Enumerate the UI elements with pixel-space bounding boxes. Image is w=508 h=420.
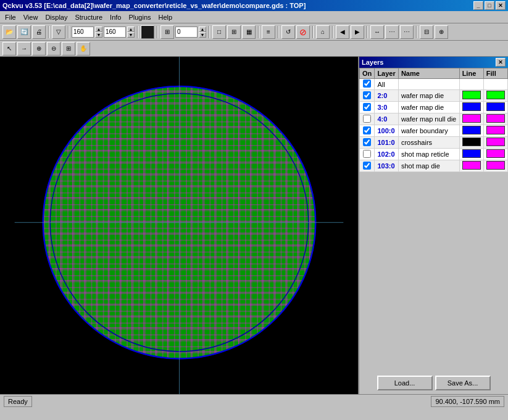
sep-7	[278, 26, 279, 38]
grid-btn[interactable]: ⊞	[227, 25, 241, 39]
layer-fill-all	[483, 79, 507, 90]
outline-btn[interactable]: □	[212, 25, 226, 39]
extra2-btn[interactable]: ⊕	[435, 25, 448, 39]
layer-name-all	[398, 79, 459, 90]
toolbar-2: ↖ → ⊕ ⊖ ⊞ ✋	[0, 41, 508, 57]
layers-table: On Layer Name Line Fill All2:0wafer map …	[359, 68, 508, 372]
menu-bar: File View Display Structure Info Plugins…	[0, 11, 508, 23]
layer-id-2_0: 2:0	[375, 90, 399, 102]
coord-x-down[interactable]: ▼	[95, 32, 102, 38]
status-ready: Ready	[4, 396, 32, 407]
layer-checkbox-102_0[interactable]	[363, 150, 371, 158]
coord-y-input[interactable]	[104, 27, 126, 38]
layer-fill-100_0	[483, 125, 507, 137]
layer-checkbox-103_0[interactable]	[363, 162, 371, 170]
layer-row-100_0: 100:0wafer boundary	[360, 125, 508, 137]
arrows-btn[interactable]: ↔	[370, 25, 384, 39]
sep-5	[209, 26, 210, 38]
layer-line-100_0	[459, 125, 483, 137]
layer-row-all: All	[360, 79, 508, 90]
nav-right[interactable]: ▶	[351, 25, 364, 39]
zoom-out-btn[interactable]: ⊖	[47, 42, 60, 56]
layer-line-2_0	[459, 90, 483, 102]
layer-checkbox-4_0[interactable]	[363, 115, 371, 123]
menu-view[interactable]: View	[20, 12, 42, 22]
app-title: Qckvu v3.53 [E:\cad_data[2]\wafer_map_co…	[2, 2, 306, 9]
zoom-down[interactable]: ▼	[199, 32, 206, 38]
layer-row-101_0: 101:0crosshairs	[360, 137, 508, 149]
coord-x-input[interactable]	[72, 27, 94, 38]
col-layer: Layer	[375, 68, 399, 79]
layer-name-103_0: shot map die	[398, 160, 459, 172]
sep-6	[258, 26, 259, 38]
sep-2	[68, 26, 69, 38]
close-button[interactable]: ✕	[496, 1, 506, 10]
menu-plugins[interactable]: Plugins	[125, 12, 154, 22]
layers-close-btn[interactable]: ✕	[496, 58, 506, 67]
status-bar: Ready 90.400, -107.590 mm	[0, 394, 508, 408]
layer-stack-btn[interactable]: ≡	[262, 25, 275, 39]
layer-color-btn[interactable]	[141, 25, 154, 39]
coord-y-down[interactable]: ▼	[127, 32, 135, 38]
layer-row-2_0: 2:0wafer map die	[360, 90, 508, 102]
layer-checkbox-all[interactable]	[363, 80, 371, 88]
fit-btn[interactable]: ⊞	[62, 42, 75, 56]
nav-left[interactable]: ◀	[336, 25, 349, 39]
layer-name-101_0: crosshairs	[398, 137, 459, 149]
layer-checkbox-101_0[interactable]	[363, 138, 371, 146]
layers-title-bar: Layers ✕	[359, 57, 508, 68]
stop-btn[interactable]: ⊘	[296, 25, 310, 39]
menu-structure[interactable]: Structure	[71, 12, 106, 22]
layer-name-4_0: wafer map null die	[398, 113, 459, 125]
layer-line-all	[459, 79, 483, 90]
layer-name-2_0: wafer map die	[398, 90, 459, 102]
layer-line-101_0	[459, 137, 483, 149]
canvas-area[interactable]	[0, 57, 358, 394]
layer-fill-2_0	[483, 90, 507, 102]
zoom-up[interactable]: ▲	[199, 27, 206, 32]
minimize-button[interactable]: _	[473, 1, 483, 10]
load-button[interactable]: Load...	[377, 376, 433, 390]
menu-file[interactable]: File	[1, 12, 20, 22]
undo-btn[interactable]: ↺	[281, 25, 295, 39]
layer-checkbox-3_0[interactable]	[363, 103, 371, 111]
extra-btn[interactable]: ⊟	[420, 25, 433, 39]
save-as-button[interactable]: Save As...	[435, 376, 491, 390]
coord-y-up[interactable]: ▲	[127, 27, 135, 32]
layers-panel: Layers ✕ On Layer Name Line Fill All2:0w…	[358, 57, 508, 394]
layers-buttons: Load... Save As...	[359, 372, 508, 394]
layer-id-3_0: 3:0	[375, 102, 399, 113]
menu-info[interactable]: Info	[106, 12, 125, 22]
main-area: Layers ✕ On Layer Name Line Fill All2:0w…	[0, 57, 508, 394]
home-btn[interactable]: ⌂	[316, 25, 330, 39]
maximize-button[interactable]: □	[485, 1, 494, 10]
zoom-input[interactable]	[175, 27, 198, 38]
pointer-btn[interactable]: →	[17, 42, 31, 56]
dots1-btn[interactable]: ⋯	[385, 25, 399, 39]
dots2-btn[interactable]: ⋯	[400, 25, 414, 39]
zoom-in-btn[interactable]: ⊕	[32, 42, 46, 56]
pan-btn[interactable]: ✋	[77, 42, 90, 56]
print-button[interactable]: 🖨	[32, 25, 46, 39]
sep-4	[157, 26, 158, 38]
menu-help[interactable]: Help	[155, 12, 177, 22]
layer-row-103_0: 103:0shot map die	[360, 160, 508, 172]
layer-row-4_0: 4:0wafer map null die	[360, 113, 508, 125]
fill-btn[interactable]: ▦	[242, 25, 256, 39]
coord-x-up[interactable]: ▲	[95, 27, 102, 32]
layers-title: Layers	[362, 59, 383, 66]
col-line: Line	[459, 68, 483, 79]
layer-checkbox-2_0[interactable]	[363, 91, 371, 99]
layer-line-102_0	[459, 149, 483, 160]
reload-button[interactable]: 🔄	[17, 25, 31, 39]
layer-line-3_0	[459, 102, 483, 113]
select-btn[interactable]: ↖	[2, 42, 16, 56]
menu-display[interactable]: Display	[41, 12, 71, 22]
open-button[interactable]: 📂	[2, 25, 16, 39]
grid-icon[interactable]: ⊞	[160, 25, 174, 39]
filter-button[interactable]: ▽	[52, 25, 65, 39]
sep-10	[367, 26, 368, 38]
wafer-visualization	[0, 57, 358, 394]
layer-checkbox-100_0[interactable]	[363, 126, 371, 134]
layer-row-102_0: 102:0shot map reticle	[360, 149, 508, 160]
